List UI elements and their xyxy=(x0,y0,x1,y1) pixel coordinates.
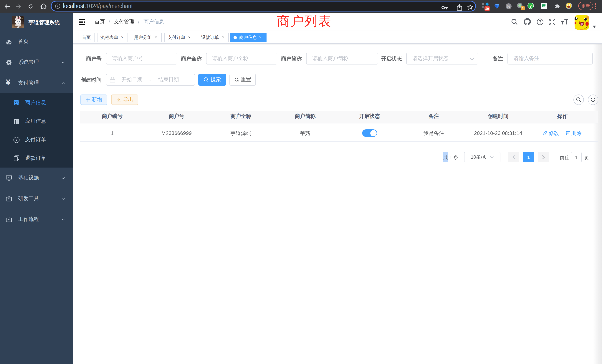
svg-text:y: y xyxy=(530,4,532,8)
svg-text:¥: ¥ xyxy=(16,138,18,142)
svg-text:1: 1 xyxy=(522,7,524,10)
svg-text:10: 10 xyxy=(485,7,489,11)
svg-text:⌘: ⌘ xyxy=(507,4,510,8)
